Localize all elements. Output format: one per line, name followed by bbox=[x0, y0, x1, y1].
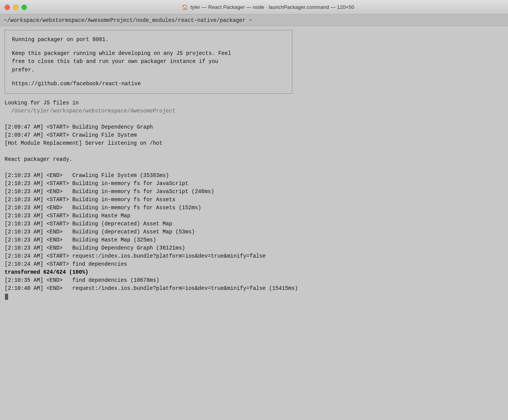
terminal-line: [2:10:23 AM] <END> Crawling File System … bbox=[5, 172, 503, 180]
terminal-line: [2:09:47 AM] <START> Crawling File Syste… bbox=[5, 131, 503, 139]
info-box: Running packager on port 8081. Keep this… bbox=[5, 30, 292, 94]
info-line-2: Keep this packager running while develop… bbox=[12, 50, 285, 74]
terminal-line: /Users/tyler/workspace/webstormspace/Awe… bbox=[5, 107, 503, 115]
terminal-content[interactable]: Running packager on port 8081. Keep this… bbox=[0, 26, 508, 420]
terminal-line: [2:10:23 AM] <END> Building in-memory fs… bbox=[5, 188, 503, 196]
terminal-line: [2:10:24 AM] <START> find dependencies bbox=[5, 260, 503, 268]
home-icon: 🏠 bbox=[182, 4, 188, 10]
terminal-output: Looking for JS files in /Users/tyler/wor… bbox=[5, 99, 503, 301]
terminal-line: [2:09:47 AM] <START> Building Dependency… bbox=[5, 123, 503, 131]
terminal-cursor-line bbox=[5, 293, 503, 301]
cursor-block bbox=[5, 294, 8, 300]
terminal-line: [2:10:23 AM] <START> Building Haste Map bbox=[5, 212, 503, 220]
terminal-line: Looking for JS files in bbox=[5, 99, 503, 107]
terminal-line bbox=[5, 147, 503, 155]
traffic-lights bbox=[5, 5, 27, 10]
terminal-line: [2:10:23 AM] <START> Building in-memory … bbox=[5, 196, 503, 204]
close-button[interactable] bbox=[5, 5, 10, 10]
current-path: ~/workspace/webstormspace/AwesomeProject… bbox=[4, 17, 252, 23]
terminal-line: [2:10:23 AM] <START> Building (deprecate… bbox=[5, 220, 503, 228]
maximize-button[interactable] bbox=[21, 5, 27, 10]
terminal-window: 🏠 tyler — React Packager — node · launch… bbox=[0, 0, 508, 420]
terminal-line: [2:10:23 AM] <END> Building (deprecated)… bbox=[5, 228, 503, 236]
minimize-button[interactable] bbox=[13, 5, 18, 10]
terminal-line: [2:10:24 AM] <START> request:/index.ios.… bbox=[5, 252, 503, 260]
terminal-line: [Hot Module Replacement] Server listenin… bbox=[5, 139, 503, 147]
terminal-line bbox=[5, 115, 503, 123]
info-line-1: Running packager on port 8081. bbox=[12, 36, 285, 44]
window-title: tyler — React Packager — node · launchPa… bbox=[190, 4, 354, 10]
title-bar: 🏠 tyler — React Packager — node · launch… bbox=[0, 0, 508, 15]
terminal-line: transformed 624/624 (100%) bbox=[5, 268, 503, 276]
terminal-line: [2:10:40 AM] <END> request:/index.ios.bu… bbox=[5, 284, 503, 293]
terminal-line: [2:10:35 AM] <END> find dependencies (10… bbox=[5, 276, 503, 284]
terminal-line: [2:10:23 AM] <START> Building in-memory … bbox=[5, 180, 503, 188]
terminal-line: React packager ready. bbox=[5, 155, 503, 164]
terminal-line: [2:10:23 AM] <END> Building Dependency G… bbox=[5, 244, 503, 252]
title-bar-content: 🏠 tyler — React Packager — node · launch… bbox=[33, 4, 503, 10]
terminal-line bbox=[5, 164, 503, 172]
terminal-line: [2:10:23 AM] <END> Building in-memory fs… bbox=[5, 204, 503, 212]
path-bar: ~/workspace/webstormspace/AwesomeProject… bbox=[0, 15, 508, 26]
terminal-line: [2:10:23 AM] <END> Building Haste Map (3… bbox=[5, 236, 503, 244]
info-line-3: https://github.com/facebook/react-native bbox=[12, 80, 285, 88]
